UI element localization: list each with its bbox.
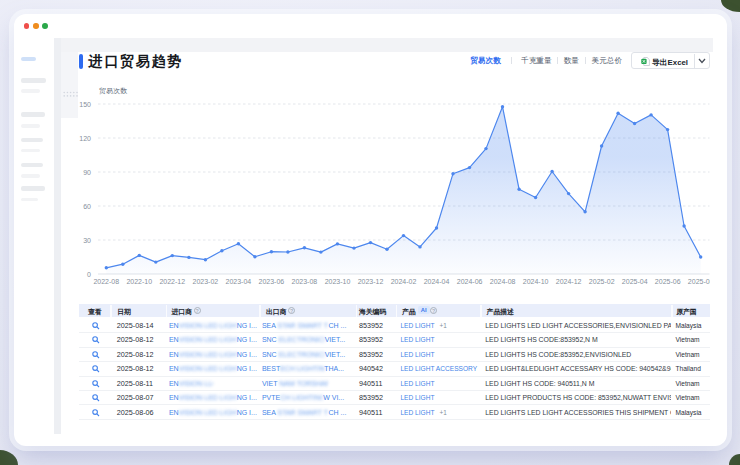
svg-text:2025-04: 2025-04	[622, 278, 648, 285]
svg-text:2025-02: 2025-02	[589, 278, 615, 285]
svg-text:2023-10: 2023-10	[325, 278, 351, 285]
svg-text:贸易次数: 贸易次数	[99, 87, 128, 95]
svg-text:2024-02: 2024-02	[391, 278, 417, 285]
svg-text:150: 150	[79, 101, 91, 108]
svg-text:2023-04: 2023-04	[226, 278, 252, 285]
svg-text:2022-10: 2022-10	[126, 278, 152, 285]
svg-text:2025-06: 2025-06	[655, 278, 681, 285]
svg-text:2025-08: 2025-08	[688, 278, 710, 285]
svg-text:2023-08: 2023-08	[292, 278, 318, 285]
svg-text:2023-02: 2023-02	[193, 278, 219, 285]
svg-text:30: 30	[83, 237, 91, 244]
svg-text:2024-12: 2024-12	[556, 278, 582, 285]
svg-text:2023-06: 2023-06	[259, 278, 285, 285]
svg-text:2024-08: 2024-08	[490, 278, 516, 285]
svg-text:2024-04: 2024-04	[424, 278, 450, 285]
svg-text:90: 90	[83, 169, 91, 176]
svg-text:2024-06: 2024-06	[457, 278, 483, 285]
svg-text:2024-10: 2024-10	[523, 278, 549, 285]
svg-text:60: 60	[83, 203, 91, 210]
svg-text:120: 120	[79, 135, 91, 142]
svg-text:0: 0	[87, 271, 91, 278]
svg-text:2022-08: 2022-08	[93, 278, 119, 285]
svg-text:2023-12: 2023-12	[358, 278, 384, 285]
svg-text:2022-12: 2022-12	[159, 278, 185, 285]
